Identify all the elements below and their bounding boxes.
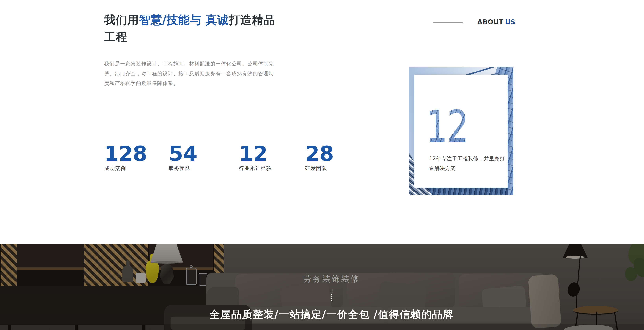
dotted-line-indicator: [331, 290, 332, 301]
page: 我们用智慧/技能与 真诚打造精品工程 ABOUTUS 我们是一家集装饰设计、工程…: [0, 0, 644, 330]
heading-prefix: 我们用: [104, 13, 139, 26]
stat-item-experience: 12 行业累计经验: [239, 143, 272, 172]
years-number: 12: [426, 104, 468, 149]
about-photo-card: 12 12年专注于工程装修，并量身打造解决方案: [409, 67, 514, 195]
about-word: ABOUT: [477, 18, 504, 26]
heading-highlight: 智慧/技能与 真诚: [139, 13, 228, 26]
banner-title: 全屋品质整装/一站搞定/一价全包 /值得信赖的品牌: [174, 308, 489, 321]
company-description: 我们是一家集装饰设计、工程施工、材料配送的一体化公司。公司体制完整、部门齐全，对…: [104, 59, 277, 88]
stat-value: 28: [305, 143, 334, 164]
stat-label: 研发团队: [305, 165, 334, 172]
feature-caption: 12年专注于工程装修，并量身打造解决方案: [429, 154, 506, 173]
about-section: 我们用智慧/技能与 真诚打造精品工程 ABOUTUS 我们是一家集装饰设计、工程…: [0, 0, 644, 244]
stat-label: 服务团队: [169, 165, 197, 172]
section-heading: 我们用智慧/技能与 真诚打造精品工程: [104, 11, 281, 45]
feature-white-card: 12 12年专注于工程装修，并量身打造解决方案: [414, 75, 508, 188]
bottom-banner: 劳务装饰装修 全屋品质整装/一站搞定/一价全包 /值得信赖的品牌: [0, 244, 644, 330]
stat-label: 成功案例: [104, 165, 147, 172]
us-word: US: [505, 18, 516, 26]
stat-value: 12: [239, 143, 272, 164]
stat-value: 54: [169, 143, 197, 164]
stat-item-service-team: 54 服务团队: [169, 143, 197, 172]
stat-value: 128: [104, 143, 147, 164]
stat-item-rd-team: 28 研发团队: [305, 143, 334, 172]
about-us-text: ABOUTUS: [477, 18, 516, 26]
banner-category: 劳务装饰装修: [174, 274, 489, 285]
stat-item-cases: 128 成功案例: [104, 143, 147, 172]
label-divider-line: [433, 22, 463, 22]
stat-label: 行业累计经验: [239, 165, 272, 172]
about-us-label: ABOUTUS: [433, 18, 516, 26]
banner-caption: 劳务装饰装修 全屋品质整装/一站搞定/一价全包 /值得信赖的品牌: [174, 274, 489, 323]
